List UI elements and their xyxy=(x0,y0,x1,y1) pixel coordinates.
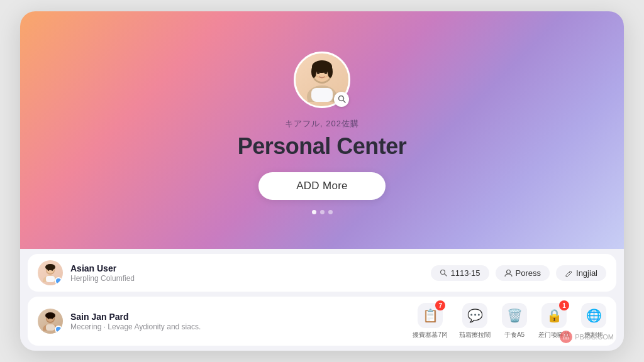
user1-avatar xyxy=(38,260,63,285)
folder-icon: 🗑️ xyxy=(507,308,523,323)
hero-section: キアフル, 202佐購 Personal Center ADD More xyxy=(20,11,624,249)
action-folder[interactable]: 🗑️ 于食A5 xyxy=(502,303,527,339)
svg-point-7 xyxy=(311,65,316,78)
chat-icon: 💬 xyxy=(467,308,483,323)
svg-line-21 xyxy=(569,272,570,273)
svg-point-16 xyxy=(45,264,55,270)
user1-search-pill: 1113·15 xyxy=(431,265,489,281)
user1-actions: 1113·15 Poress Ingjial xyxy=(431,265,606,281)
main-card: キアフル, 202佐購 Personal Center ADD More xyxy=(20,11,624,351)
action-chat[interactable]: 💬 茄霜擦拉鬧 xyxy=(459,303,491,339)
svg-rect-28 xyxy=(46,324,55,331)
svg-line-10 xyxy=(343,101,345,103)
folder-label: 于食A5 xyxy=(504,331,525,339)
hero-title: Personal Center xyxy=(238,133,407,160)
user-row-1: Asian User Herpling Columfied 1113·15 xyxy=(28,254,616,292)
folder-icon-circle: 🗑️ xyxy=(502,303,527,328)
doc-badge: 7 xyxy=(435,300,445,310)
doc-icon: 📋 xyxy=(423,308,438,323)
user2-avatar xyxy=(38,309,63,334)
add-more-button[interactable]: ADD More xyxy=(258,172,386,200)
lock-icon-circle: 🔒 1 xyxy=(541,303,567,328)
user1-status xyxy=(55,277,62,285)
dot-3 xyxy=(328,210,333,214)
watermark-text: PBIDS.COM xyxy=(575,333,614,341)
search-icon xyxy=(440,269,447,277)
svg-point-27 xyxy=(45,312,55,319)
user1-name: Asian User xyxy=(70,263,423,273)
edit-icon xyxy=(565,269,573,277)
bottom-section: Asian User Herpling Columfied 1113·15 xyxy=(20,249,624,351)
globe-icon: 🌐 xyxy=(586,308,602,323)
svg-point-8 xyxy=(328,65,333,78)
user1-btn1-label: Poress xyxy=(516,268,541,278)
user1-btn2-label: Ingjial xyxy=(576,268,597,278)
user1-search-value: 1113·15 xyxy=(451,268,480,278)
svg-point-20 xyxy=(506,270,510,273)
hero-subtitle: キアフル, 202佐購 xyxy=(285,118,359,129)
chat-icon-circle: 💬 xyxy=(462,303,487,328)
user2-name: Sain Jan Pard xyxy=(70,312,405,322)
action-doc[interactable]: 📋 7 擾費塞墓7冈 xyxy=(413,303,448,339)
user1-poress-button[interactable]: Poress xyxy=(496,265,550,281)
lock-badge: 1 xyxy=(559,300,569,310)
user1-role: Herpling Columfied xyxy=(70,274,423,283)
svg-rect-17 xyxy=(46,276,55,282)
avatar-container xyxy=(294,52,350,108)
carousel-dots xyxy=(312,210,333,214)
doc-label: 擾費塞墓7冈 xyxy=(413,331,448,339)
dot-1 xyxy=(312,210,316,214)
watermark-logo: 品 xyxy=(560,331,572,343)
person-icon xyxy=(504,269,513,277)
watermark: 品 PBIDS.COM xyxy=(560,331,614,343)
user1-ingjial-button[interactable]: Ingjial xyxy=(556,265,606,281)
avatar-search-button[interactable] xyxy=(334,92,349,107)
lock-icon: 🔒 xyxy=(547,308,562,323)
user-row-2: Sain Jan Pard Mecering · Levage Aydionit… xyxy=(28,297,616,346)
dot-2 xyxy=(320,210,325,214)
svg-rect-3 xyxy=(311,88,333,102)
user2-role: Mecering · Levage Aydionity and siacs. xyxy=(70,322,405,331)
user2-status xyxy=(55,326,62,333)
doc-icon-circle: 📋 7 xyxy=(418,303,443,328)
svg-line-19 xyxy=(444,274,447,277)
user2-info: Sain Jan Pard Mecering · Levage Aydionit… xyxy=(70,312,405,331)
globe-icon-circle: 🌐 xyxy=(581,303,606,328)
user1-info: Asian User Herpling Columfied xyxy=(70,263,423,283)
chat-label: 茄霜擦拉鬧 xyxy=(459,331,491,339)
